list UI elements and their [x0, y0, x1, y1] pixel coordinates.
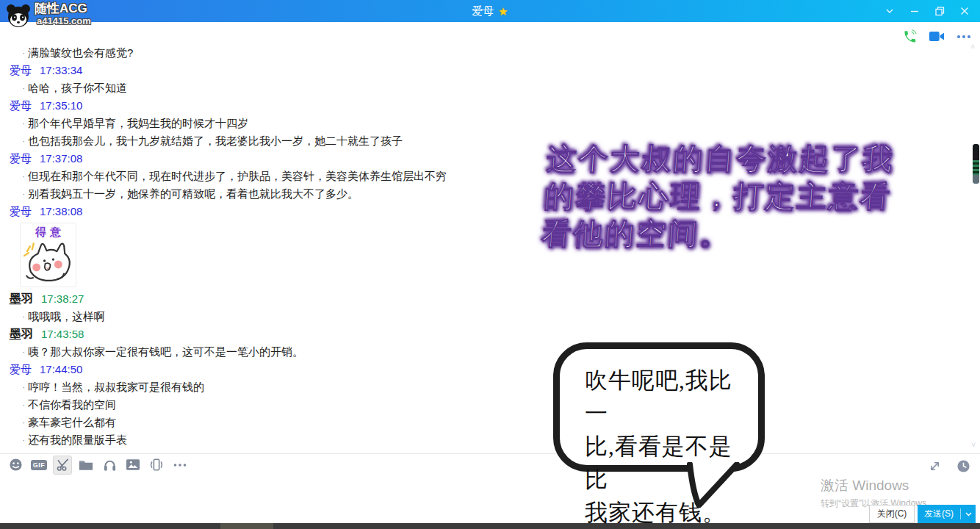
- message-text: ·那个年代早婚早育，我妈生我的时候才十四岁: [10, 115, 946, 132]
- logo-subtitle: a41415.com: [37, 15, 91, 26]
- sender-name[interactable]: 爱母: [10, 203, 32, 220]
- message-text: ·满脸皱纹也会有感觉?: [10, 44, 946, 62]
- message-text: ·哼哼！当然，叔叔我家可是很有钱的: [10, 378, 946, 396]
- message-header: 爱母17:44:50: [10, 361, 946, 378]
- bullet-mark: ·: [22, 308, 25, 325]
- message-time: 17:37:08: [40, 150, 82, 168]
- ellipsis-icon: [173, 463, 187, 467]
- logo-title: 随性ACG: [35, 2, 91, 15]
- sender-name[interactable]: 墨羽: [10, 325, 33, 343]
- close-button[interactable]: [954, 0, 976, 22]
- music-button[interactable]: [100, 456, 119, 475]
- vibrate-phone-icon: [149, 458, 164, 472]
- star-icon: ★: [498, 5, 508, 18]
- expand-icon: [929, 460, 941, 472]
- message-time: 17:38:27: [41, 290, 84, 308]
- gif-icon: GIF: [31, 460, 48, 470]
- more-actions-button[interactable]: [956, 34, 971, 40]
- image-button[interactable]: [123, 456, 143, 475]
- narration-line: 的攀比心理，打定主意看: [543, 178, 920, 215]
- message-time: 17:44:50: [40, 361, 82, 378]
- speech-bubble-tail: [679, 462, 745, 509]
- bottom-edge-strip: [0, 523, 980, 529]
- video-camera-icon: [929, 30, 945, 43]
- chat-title: 爱母: [472, 4, 494, 18]
- sender-name[interactable]: 爱母: [10, 62, 32, 79]
- bullet-mark: ·: [22, 168, 25, 185]
- panda-logo-icon: [4, 2, 32, 30]
- message-time: 17:33:34: [40, 62, 82, 79]
- sender-name[interactable]: 爱母: [10, 150, 32, 168]
- file-button[interactable]: [76, 456, 96, 475]
- message-text: ·还有我的限量版手表: [10, 431, 946, 449]
- message-text: ·哦哦哦，这样啊: [10, 308, 946, 325]
- chevron-down-icon[interactable]: [879, 0, 901, 22]
- scroll-down-icon[interactable]: ˅: [971, 441, 976, 449]
- send-button-label: 发送(S): [918, 508, 960, 520]
- close-button-label: 关闭(C): [877, 508, 907, 520]
- message-text: ·不信你看我的空间: [10, 396, 946, 414]
- bullet-mark: ·: [22, 185, 25, 203]
- bullet-mark: ·: [22, 79, 25, 97]
- bubble-line: 吹牛呢吧,我比一: [585, 364, 752, 430]
- sender-name[interactable]: 爱母: [10, 97, 32, 115]
- message-text: ·咦？那大叔你家一定很有钱吧，这可不是一笔小的开销。: [10, 343, 946, 361]
- expand-button[interactable]: [925, 456, 944, 475]
- video-call-button[interactable]: [929, 30, 945, 43]
- send-button[interactable]: 发送(S): [918, 505, 976, 523]
- bullet-mark: ·: [22, 115, 25, 132]
- chevron-down-icon: [965, 512, 972, 517]
- sticker-caption: 得意: [21, 223, 76, 240]
- more-tools-button[interactable]: [170, 456, 190, 475]
- clock-icon: [956, 459, 970, 473]
- message-text: ·哈哈，孩子你不知道: [10, 79, 946, 97]
- cat-sticker-image: [21, 240, 76, 285]
- voice-call-button[interactable]: [903, 29, 917, 43]
- message-text: ·豪车豪宅什么都有: [10, 414, 946, 431]
- phone-icon: [903, 29, 917, 43]
- bullet-mark: ·: [22, 396, 25, 414]
- close-chat-button[interactable]: 关闭(C): [869, 505, 915, 523]
- bottom-edge-segment: [220, 523, 273, 529]
- bullet-mark: ·: [22, 414, 25, 431]
- message-time: 17:43:58: [41, 325, 84, 343]
- sticker-message[interactable]: 得意: [20, 223, 76, 287]
- scroll-up-icon[interactable]: ˄: [970, 43, 975, 51]
- message-header: 爱母17:35:10: [10, 97, 946, 115]
- message-history-button[interactable]: [954, 456, 973, 475]
- screenshot-button[interactable]: [53, 456, 72, 475]
- bullet-mark: ·: [22, 132, 25, 150]
- bullet-mark: ·: [22, 44, 25, 62]
- picture-icon: [126, 458, 140, 471]
- message-header: 墨羽17:43:58: [10, 325, 946, 343]
- narration-line: 看他的空间。: [541, 215, 918, 253]
- title-bar: 爱母 ★: [0, 0, 980, 22]
- narration-line: 这个大叔的自夸激起了我: [546, 140, 923, 178]
- shake-window-button[interactable]: [147, 456, 166, 475]
- scissors-icon: [56, 458, 70, 472]
- sender-name[interactable]: 墨羽: [10, 290, 33, 308]
- watermark-line1: 激活 Windows: [821, 476, 935, 495]
- message-header: 墨羽17:38:27: [10, 290, 946, 308]
- sender-name[interactable]: 爱母: [10, 361, 32, 378]
- smiley-icon: [9, 458, 23, 472]
- ellipsis-icon: [956, 34, 971, 40]
- minimize-button[interactable]: [904, 0, 926, 22]
- scrollbar-thumb[interactable]: [973, 144, 979, 184]
- message-time: 17:38:08: [40, 203, 82, 220]
- bullet-mark: ·: [22, 378, 25, 396]
- gif-button[interactable]: GIF: [29, 456, 48, 475]
- message-time: 17:35:10: [40, 97, 82, 115]
- folder-icon: [79, 458, 93, 472]
- restore-button[interactable]: [929, 0, 951, 22]
- message-header: 爱母17:33:34: [10, 62, 946, 79]
- narration-overlay: 这个大叔的自夸激起了我的攀比心理，打定主意看看他的空间。: [541, 140, 923, 253]
- bullet-mark: ·: [22, 431, 25, 449]
- headphones-icon: [103, 458, 117, 472]
- emoji-button[interactable]: [6, 456, 25, 475]
- speech-bubble: 吹牛呢吧,我比一比,看看是不是比我家还有钱。: [553, 342, 765, 472]
- site-logo: 随性ACG a41415.com: [4, 2, 91, 30]
- bullet-mark: ·: [22, 343, 25, 361]
- input-toolbar: GIF: [0, 453, 980, 475]
- send-options-caret[interactable]: [961, 512, 976, 517]
